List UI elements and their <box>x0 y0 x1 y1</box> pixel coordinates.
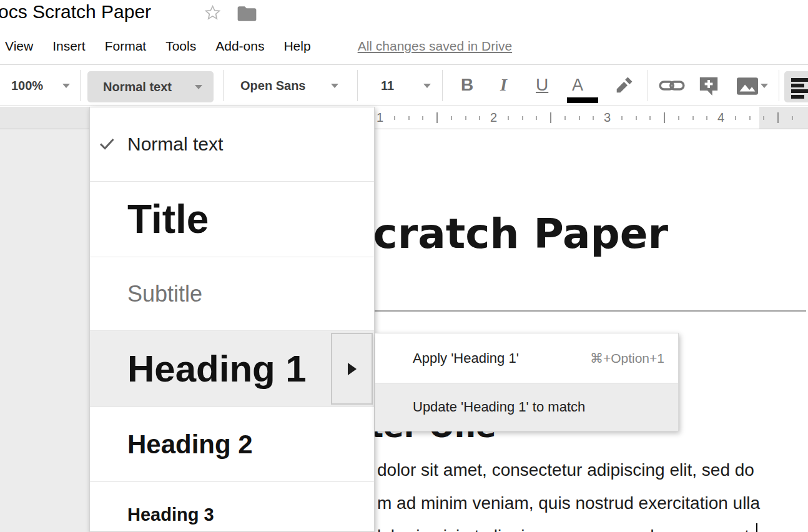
font-size-select[interactable]: 11 <box>381 65 394 106</box>
body-paragraph: dolor sit amet, consectetur adipiscing e… <box>377 453 808 532</box>
star-icon[interactable] <box>204 4 221 21</box>
insert-image-icon[interactable] <box>737 77 758 95</box>
insert-comment-icon[interactable] <box>698 76 719 97</box>
menu-addons[interactable]: Add-ons <box>215 39 264 54</box>
toolbar-separator <box>442 70 443 101</box>
keyboard-shortcut: ⌘+Option+1 <box>590 351 664 366</box>
menu-item-title[interactable]: Title <box>90 182 374 257</box>
check-icon <box>98 135 116 152</box>
heading-1-submenu-button[interactable] <box>331 333 373 405</box>
menu-item-heading-1[interactable]: Heading 1 <box>90 331 374 407</box>
move-folder-icon[interactable] <box>237 6 257 22</box>
bold-button[interactable]: B <box>461 65 473 105</box>
menu-item-normal-text[interactable]: Normal text <box>90 107 374 182</box>
document-title[interactable]: ocs Scratch Paper <box>0 1 151 22</box>
submenu-arrow-icon <box>348 363 357 375</box>
menu-bar: View Insert Format Tools Add-ons Help Al… <box>0 35 512 57</box>
google-docs-window: ocs Scratch Paper View Insert Format Too… <box>0 0 808 532</box>
menu-view[interactable]: View <box>5 39 33 54</box>
submenu-item-apply-heading-1[interactable]: Apply 'Heading 1' ⌘+Option+1 <box>375 333 678 383</box>
paragraph-style-select[interactable]: Normal text <box>87 71 214 102</box>
style-caret-icon <box>195 85 202 89</box>
image-caret-icon[interactable] <box>761 84 768 88</box>
paragraph-style-menu: Normal text Title Subtitle Heading 1 Hea… <box>89 107 375 532</box>
font-size-caret-icon[interactable] <box>423 84 431 88</box>
menu-item-heading-3[interactable]: Heading 3 <box>90 482 374 532</box>
zoom-caret-icon[interactable] <box>62 84 70 88</box>
toolbar: 100% Normal text Open Sans 11 B I U A <box>0 64 808 106</box>
zoom-select[interactable]: 100% <box>11 65 43 106</box>
ruler-right-margin <box>759 107 808 129</box>
menu-insert[interactable]: Insert <box>52 39 86 54</box>
paint-format-icon[interactable] <box>613 75 634 96</box>
insert-link-icon[interactable] <box>659 79 685 92</box>
font-caret-icon[interactable] <box>331 84 338 88</box>
toolbar-separator <box>223 70 224 101</box>
menu-help[interactable]: Help <box>283 39 310 54</box>
toolbar-separator <box>779 70 779 101</box>
heading-1-submenu: Apply 'Heading 1' ⌘+Option+1 Update 'Hea… <box>375 333 679 431</box>
text-color-swatch <box>567 97 598 103</box>
submenu-item-update-heading-1[interactable]: Update 'Heading 1' to match <box>375 383 678 431</box>
font-select[interactable]: Open Sans <box>240 65 305 106</box>
italic-button[interactable]: I <box>500 65 507 105</box>
toolbar-separator <box>648 70 648 101</box>
body-line: dolor sit amet, consectetur adipiscing e… <box>377 453 808 486</box>
menu-format[interactable]: Format <box>105 39 147 54</box>
body-line: laboris nisi ut aliquip ex ea commodo co… <box>377 520 808 532</box>
toolbar-separator <box>80 70 81 101</box>
menu-item-heading-2[interactable]: Heading 2 <box>90 407 374 482</box>
underline-button[interactable]: U <box>536 65 548 105</box>
align-left-button[interactable] <box>784 71 808 102</box>
doc-title-heading: Scratch Paper <box>343 210 668 258</box>
body-line: m ad minim veniam, quis nostrud exercita… <box>377 486 808 520</box>
save-status-link[interactable]: All changes saved in Drive <box>358 39 512 54</box>
text-cursor <box>756 523 757 532</box>
toolbar-separator <box>357 70 358 101</box>
menu-item-subtitle[interactable]: Subtitle <box>90 257 374 331</box>
menu-tools[interactable]: Tools <box>165 39 196 54</box>
